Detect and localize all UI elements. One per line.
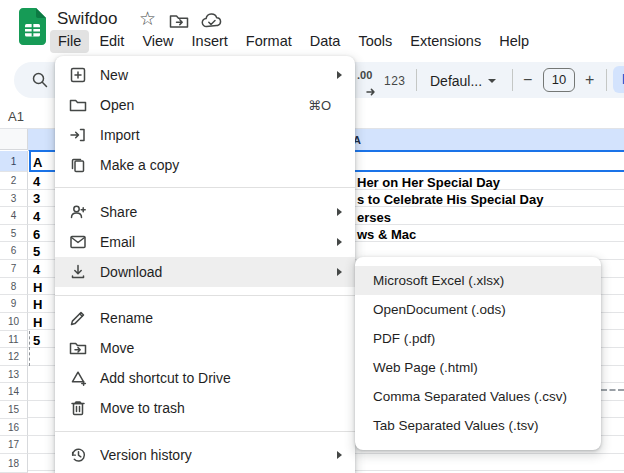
row-header[interactable]: 2 <box>0 172 28 190</box>
font-selector[interactable]: Defaul... <box>430 73 482 89</box>
name-box[interactable]: A1 <box>8 109 24 124</box>
cell-text-row2[interactable]: Her on Her Special Day <box>357 174 500 191</box>
submenu-item-tsv[interactable]: Tab Separated Values (.tsv) <box>355 411 601 440</box>
increase-font-size-button[interactable]: + <box>585 71 594 89</box>
document-title[interactable]: Swifdoo <box>57 9 117 29</box>
pencil-icon <box>69 309 87 327</box>
cell-a1[interactable]: A <box>33 154 42 171</box>
cell-text-row3[interactable]: s to Celebrate His Special Day <box>357 191 543 208</box>
arrow-right-icon <box>366 82 376 100</box>
row-header[interactable]: 16 <box>0 419 28 436</box>
submenu-item-xlsx[interactable]: Microsoft Excel (.xlsx) <box>355 266 601 295</box>
menu-format[interactable]: Format <box>238 30 300 53</box>
menu-item-new[interactable]: New <box>55 60 355 90</box>
cell-text-row4[interactable]: erses <box>357 209 391 226</box>
sheets-logo-icon[interactable] <box>19 8 46 49</box>
cell-text-row5[interactable]: ws & Mac <box>357 226 416 243</box>
menu-divider <box>55 295 355 296</box>
menu-item-import[interactable]: Import <box>55 120 355 150</box>
row-header[interactable]: 12 <box>0 348 28 366</box>
row-header[interactable]: 14 <box>0 383 28 401</box>
cell-a5[interactable]: 6 <box>33 226 40 243</box>
chevron-down-icon[interactable] <box>488 79 496 83</box>
cell-a7[interactable]: 4 <box>33 261 40 278</box>
cell-a2[interactable]: 4 <box>33 173 40 190</box>
row-header[interactable]: 15 <box>0 401 28 419</box>
row-header[interactable]: 6 <box>0 242 28 260</box>
submenu-item-ods[interactable]: OpenDocument (.ods) <box>355 295 601 324</box>
history-icon <box>69 446 87 464</box>
copy-icon <box>69 156 87 174</box>
toolbar-divider <box>512 69 513 91</box>
row-header[interactable]: 18 <box>0 454 28 473</box>
menu-help[interactable]: Help <box>491 30 537 53</box>
cell-a11[interactable]: 5 <box>33 332 40 349</box>
cell-a3[interactable]: 3 <box>33 190 40 207</box>
number-format-button[interactable]: 123 <box>384 74 406 88</box>
bold-button[interactable]: B <box>613 66 624 93</box>
submenu-item-csv[interactable]: Comma Separated Values (.csv) <box>355 382 601 411</box>
decrease-font-size-button[interactable]: − <box>523 71 532 89</box>
row-header[interactable]: 4 <box>0 207 28 225</box>
row-header[interactable]: 7 <box>0 260 28 278</box>
row-header[interactable]: 8 <box>0 278 28 295</box>
menu-data[interactable]: Data <box>302 30 349 53</box>
menu-divider <box>55 431 355 432</box>
menubar: File Edit View Insert Format Data Tools … <box>50 30 537 53</box>
font-size-input[interactable]: 10 <box>543 68 575 92</box>
submenu-arrow-icon <box>337 268 342 276</box>
cell-a8[interactable]: H <box>33 279 42 296</box>
submenu-arrow-icon <box>337 451 342 459</box>
cell-a4[interactable]: 4 <box>33 208 40 225</box>
plus-box-icon <box>69 66 87 84</box>
toolbar-divider <box>606 69 607 91</box>
import-icon <box>69 126 87 144</box>
row-header[interactable]: 5 <box>0 225 28 242</box>
trash-icon <box>69 399 87 417</box>
menu-item-rename[interactable]: Rename <box>55 303 355 333</box>
cell-a10[interactable]: H <box>33 314 42 331</box>
menu-item-add-shortcut-to-drive[interactable]: Add shortcut to Drive <box>55 363 355 393</box>
shortcut-label: ⌘O <box>308 98 331 113</box>
drive-add-icon <box>69 369 87 387</box>
menu-view[interactable]: View <box>134 30 181 53</box>
toolbar-divider <box>416 69 417 91</box>
star-icon[interactable]: ☆ <box>139 10 156 28</box>
menu-item-move-to-trash[interactable]: Move to trash <box>55 393 355 423</box>
menu-item-share[interactable]: Share <box>55 197 355 227</box>
row-header[interactable]: 13 <box>0 366 28 383</box>
row-header[interactable]: 1 <box>0 151 28 172</box>
menu-insert[interactable]: Insert <box>184 30 236 53</box>
menu-item-version-history[interactable]: Version history <box>55 440 355 470</box>
search-icon[interactable] <box>31 71 49 93</box>
row-header[interactable]: 11 <box>0 331 28 348</box>
cell-a9[interactable]: H <box>33 296 42 313</box>
increase-decimal-button[interactable]: .00 <box>357 69 372 81</box>
row-header[interactable]: 3 <box>0 190 28 207</box>
menu-extensions[interactable]: Extensions <box>402 30 489 53</box>
menu-item-open[interactable]: Open ⌘O <box>55 90 355 120</box>
dashed-selection-fragment <box>601 389 624 391</box>
file-menu: New Open ⌘O Import Make a copy <box>55 56 355 473</box>
row-header[interactable]: 10 <box>0 313 28 331</box>
menu-file[interactable]: File <box>50 30 89 53</box>
submenu-item-pdf[interactable]: PDF (.pdf) <box>355 324 601 353</box>
submenu-item-html[interactable]: Web Page (.html) <box>355 353 601 382</box>
google-sheets-window: Swifdoo ☆ File Edit View Insert Format D… <box>0 0 624 473</box>
select-all-corner[interactable] <box>0 129 28 150</box>
menu-item-download[interactable]: Download <box>55 257 355 287</box>
menu-item-move[interactable]: Move <box>55 333 355 363</box>
menu-item-email[interactable]: Email <box>55 227 355 257</box>
menu-tools[interactable]: Tools <box>350 30 400 53</box>
menu-item-make-a-copy[interactable]: Make a copy <box>55 150 355 180</box>
submenu-arrow-icon <box>337 238 342 246</box>
envelope-icon <box>69 233 87 251</box>
dashed-selection-fragment <box>29 331 30 366</box>
cell-a6[interactable]: 5 <box>33 243 40 260</box>
menu-divider <box>55 187 355 188</box>
person-add-icon <box>69 203 87 221</box>
folder-icon <box>69 96 87 114</box>
row-header[interactable]: 17 <box>0 436 28 454</box>
row-header[interactable]: 9 <box>0 295 28 313</box>
menu-edit[interactable]: Edit <box>91 30 132 53</box>
